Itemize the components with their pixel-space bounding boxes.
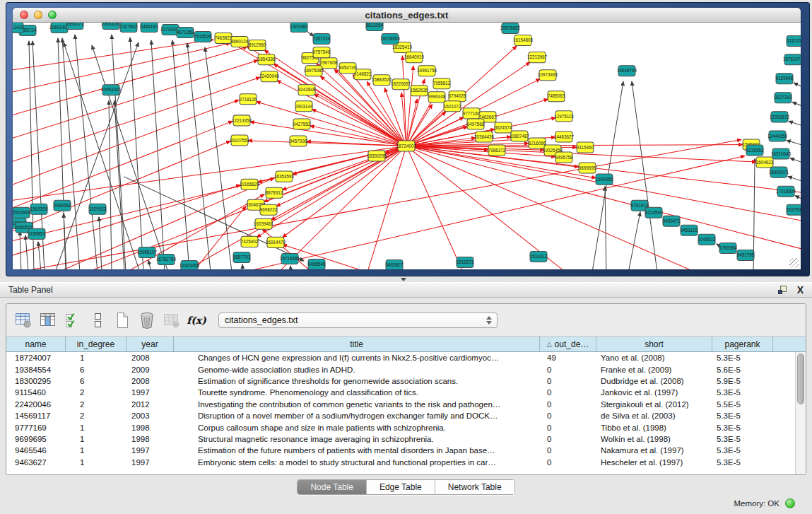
graph-node[interactable]: 17018504 <box>776 186 796 197</box>
graph-node[interactable]: 6466160 <box>141 23 158 33</box>
tab-node-table[interactable]: Node Table <box>298 480 367 494</box>
table-row[interactable]: 2242004622012Investigating the contribut… <box>6 399 795 410</box>
graph-node[interactable]: 19218506 <box>380 34 400 45</box>
graph-node[interactable]: 16107551 <box>230 135 249 146</box>
graph-node[interactable]: 15883520 <box>372 75 392 86</box>
select-rows-button[interactable] <box>63 310 83 330</box>
graph-node[interactable]: 12444159 <box>767 131 787 141</box>
graph-node[interactable]: 9451193 <box>681 225 698 235</box>
graph-node[interactable]: 1640955 <box>596 174 613 185</box>
graph-node[interactable]: 14463627 <box>554 132 574 142</box>
show-column-button[interactable] <box>38 310 58 330</box>
close-panel-icon[interactable]: X <box>797 285 804 295</box>
graph-node[interactable]: 9990448 <box>428 92 446 103</box>
close-window-icon[interactable] <box>20 11 28 19</box>
graph-node[interactable]: 9214590 <box>645 207 663 218</box>
graph-node[interactable]: 9451755 <box>737 250 755 260</box>
graph-node[interactable]: 1300380 <box>290 23 308 33</box>
graph-node[interactable]: 9227343 <box>775 93 792 103</box>
graph-node[interactable]: 9215953 <box>746 145 764 156</box>
graph-node[interactable]: 1167539 <box>787 204 801 215</box>
delete-column-button[interactable] <box>137 310 157 330</box>
graph-node[interactable]: 1511812 <box>530 251 548 262</box>
graph-node[interactable]: 1111208 <box>787 36 801 47</box>
graph-node[interactable]: 19166829 <box>240 179 259 189</box>
graph-node[interactable]: 2967608 <box>320 58 338 69</box>
graph-node[interactable]: 12213353 <box>232 115 252 126</box>
graph-node[interactable]: 1892071 <box>66 23 84 30</box>
graph-node[interactable]: 7357224 <box>313 34 331 45</box>
table-row[interactable]: 1830029562008Estimation of significance … <box>6 375 795 387</box>
graph-node[interactable]: 10807487 <box>510 131 529 141</box>
graph-node[interactable]: 10958107 <box>137 247 157 257</box>
table-source-select[interactable]: citations_edges.txt <box>218 313 498 328</box>
graph-node[interactable]: 9777169 <box>463 108 481 119</box>
resize-grip-icon[interactable] <box>789 258 799 268</box>
graph-node[interactable]: 20876682 <box>500 23 520 34</box>
graph-node[interactable]: 2060592 <box>54 200 71 211</box>
panel-splitter-handle[interactable] <box>396 277 411 282</box>
graph-node[interactable]: 16648794 <box>617 66 637 76</box>
graph-node[interactable]: 16961758 <box>417 66 437 76</box>
graph-node[interactable]: 12213967 <box>527 52 547 63</box>
graph-node[interactable]: 7515526 <box>194 32 212 42</box>
graph-node[interactable]: 16975085 <box>304 66 324 76</box>
graph-node[interactable]: 8878312 <box>266 187 283 198</box>
graph-node[interactable]: 7463822 <box>215 33 233 44</box>
zoom-window-icon[interactable] <box>48 11 57 19</box>
vertical-scrollbar[interactable] <box>795 352 806 474</box>
table-row[interactable]: 1938455462009Genome-wide association stu… <box>6 363 795 375</box>
graph-node[interactable]: 1760984 <box>719 243 737 253</box>
network-window-titlebar[interactable]: citations_edges.txt <box>13 8 801 23</box>
column-header-short[interactable]: short <box>596 337 712 351</box>
graph-node[interactable]: 12975115 <box>554 111 574 122</box>
graph-node[interactable]: 9465546 <box>308 259 326 269</box>
column-header-title[interactable]: title <box>174 337 540 351</box>
graph-node[interactable]: 1812410 <box>13 23 24 33</box>
graph-node[interactable]: 9450471 <box>663 216 681 226</box>
graph-node[interactable]: 1327602 <box>120 23 138 33</box>
graph-node[interactable]: 8813054 <box>366 23 384 31</box>
table-row[interactable]: 969969511998Structural magnetic resonanc… <box>6 433 795 445</box>
graph-node[interactable]: 1156853 <box>28 228 46 239</box>
graph-node[interactable]: 9463627 <box>386 259 404 269</box>
graph-node[interactable]: 4671358 <box>177 28 194 38</box>
graph-node[interactable]: 16154808 <box>513 35 533 46</box>
graph-node[interactable]: 6794028 <box>449 91 466 102</box>
graph-node[interactable]: 20953346 <box>101 85 121 95</box>
graph-node[interactable]: 9129946 <box>776 74 794 84</box>
graph-node[interactable]: 8660124 <box>231 37 249 47</box>
graph-node[interactable]: 1854336 <box>258 54 276 65</box>
graph-node[interactable]: 1511871 <box>457 257 474 267</box>
graph-node[interactable]: 1529933 <box>89 204 107 214</box>
table-row[interactable]: 911546021997Tourette syndrome. Phenomeno… <box>6 387 795 398</box>
graph-node[interactable]: 16782759 <box>156 254 176 264</box>
graph-node[interactable]: 9115460 <box>577 142 594 153</box>
new-column-button[interactable] <box>112 310 132 330</box>
graph-node[interactable]: 7986372 <box>488 145 506 156</box>
network-canvas[interactable]: 1872400718325419166409101696175879558121… <box>13 23 801 269</box>
graph-node[interactable]: 9698222 <box>260 204 278 215</box>
table-row[interactable]: 946362711997Embryonic stem cells: a mode… <box>6 457 795 468</box>
graph-node[interactable]: 12093872 <box>770 112 789 122</box>
graph-node[interactable]: 1045022 <box>698 234 716 245</box>
graph-node[interactable]: 9495758 <box>555 152 573 163</box>
graph-node[interactable]: 15716485 <box>280 253 300 264</box>
graph-node[interactable]: 7485063 <box>548 91 565 102</box>
graph-node[interactable]: 9457008 <box>290 136 307 146</box>
table-row[interactable]: 946554611997Estimation of the future num… <box>6 445 795 456</box>
graph-node[interactable]: 7425402 <box>241 236 259 247</box>
graph-node[interactable]: 7955812 <box>433 78 451 89</box>
column-header-in_degree[interactable]: in_degree <box>66 337 126 351</box>
graph-node[interactable]: 9857791 <box>233 252 251 262</box>
table-row[interactable]: 977716911998Corpus callosum shape and si… <box>6 421 795 433</box>
table-row[interactable]: 1872400712008Changes of HCN gene express… <box>6 352 795 363</box>
graph-node[interactable]: 9242848 <box>298 85 316 95</box>
graph-node[interactable]: 6497568 <box>467 119 485 129</box>
graph-node[interactable]: 10653287 <box>101 23 121 30</box>
graph-node[interactable]: 1604623 <box>756 157 774 168</box>
graph-node[interactable]: 16353593 <box>274 171 294 182</box>
graph-node[interactable]: 12923468 <box>180 260 199 269</box>
minimize-window-icon[interactable] <box>34 11 42 19</box>
graph-node[interactable]: 15751074 <box>783 54 801 65</box>
